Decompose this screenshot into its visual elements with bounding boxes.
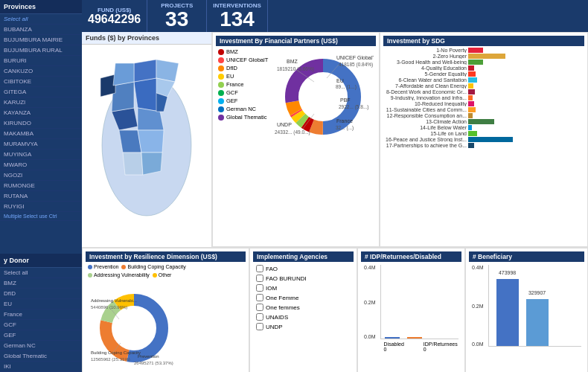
province-item[interactable]: GITEGA bbox=[0, 87, 82, 97]
province-bubanza[interactable] bbox=[113, 63, 134, 86]
province-item[interactable]: RUMONGE bbox=[0, 181, 82, 191]
donor-select-all[interactable]: Select all bbox=[0, 268, 82, 278]
province-item[interactable]: BURURI bbox=[0, 56, 82, 66]
sdg-label-8: 8-Decent Work and Economic Gr... bbox=[385, 89, 467, 94]
y-label-02m: 0.2M bbox=[364, 300, 376, 305]
bmz-color bbox=[218, 49, 224, 55]
province-select-all[interactable]: Select all bbox=[0, 14, 82, 25]
map-title: Funds ($) by Provinces bbox=[82, 32, 211, 45]
resilience-panel: Investment by Resilience Dimension (US$)… bbox=[82, 248, 249, 372]
map-svg bbox=[82, 45, 212, 246]
province-rutana[interactable] bbox=[123, 153, 143, 175]
sdg-label-6: 6-Clean Water and Sanitation bbox=[385, 77, 467, 83]
bmz-annotation: BMZ bbox=[287, 59, 298, 64]
province-item[interactable]: MUYINGA bbox=[0, 150, 82, 160]
undp-label: UNDP bbox=[266, 324, 283, 330]
donor-item[interactable]: EU bbox=[0, 299, 82, 310]
prevention-legend-label: Prevention bbox=[94, 264, 118, 269]
sdg-row-13: 13-Climate Action bbox=[385, 119, 583, 124]
agency-unaids[interactable]: UNAIDS bbox=[256, 313, 351, 321]
province-item[interactable]: MWARO bbox=[0, 160, 82, 170]
donor-item[interactable]: GCF bbox=[0, 320, 82, 330]
donor-item[interactable]: France bbox=[0, 310, 82, 320]
sdg-label-14: 14-Life Below Water bbox=[385, 125, 467, 130]
agency-fao[interactable]: FAO bbox=[256, 265, 351, 272]
sdg-label-13: 13-Climate Action bbox=[385, 119, 467, 124]
globalthematic-label: Global Thematic bbox=[226, 114, 266, 121]
fao-checkbox[interactable] bbox=[256, 265, 263, 272]
sdg-label-4: 4-Quality Education bbox=[385, 65, 467, 71]
gcf-color bbox=[218, 90, 224, 96]
agency-undp[interactable]: UNDP bbox=[256, 323, 351, 330]
province-item[interactable]: KIRUNDO bbox=[0, 118, 82, 129]
province-item[interactable]: CANKUZO bbox=[0, 66, 82, 77]
sdg-label-11: 11-Sustainable Cities and Comm... bbox=[385, 107, 467, 112]
province-item[interactable]: RUYIGI bbox=[0, 202, 82, 212]
agency-one-femmes[interactable]: One femmes bbox=[256, 304, 351, 311]
res-legend-other: Other bbox=[153, 272, 172, 278]
donor-item[interactable]: German NC bbox=[0, 341, 82, 351]
province-item[interactable]: CIBITOKE bbox=[0, 77, 82, 87]
sdg-bar-14 bbox=[468, 125, 472, 130]
donor-item[interactable]: IKI bbox=[0, 362, 82, 372]
province-muyinga[interactable] bbox=[156, 60, 179, 82]
idp-title: # IDP/Returnees/Disabled bbox=[361, 251, 461, 262]
main-content: Fund (US$) 49642296 Projects 33 Interven… bbox=[82, 0, 588, 372]
idp-chart-area: Disabled 0 IDP/Returnees 0 bbox=[380, 265, 458, 352]
legend-dfid: DfID bbox=[218, 65, 273, 71]
sdg-row-3: 3-Good Health and Well-being bbox=[385, 60, 583, 65]
province-item[interactable]: RUTANA bbox=[0, 191, 82, 202]
financial-partners-panel: Investment By Financial Partners (US$) B… bbox=[212, 32, 380, 247]
province-item[interactable]: KARUZI bbox=[0, 97, 82, 108]
idp-body: 0.4M 0.2M 0.0M Disabled 0 IDP/Retu bbox=[361, 262, 461, 355]
agency-iom[interactable]: IOM bbox=[256, 284, 351, 292]
idp-chart-inner bbox=[380, 265, 458, 339]
pbf-value-annotation: 2922... (5.8...) bbox=[339, 104, 368, 110]
undp-checkbox[interactable] bbox=[256, 323, 263, 330]
donor-item[interactable]: BMZ bbox=[0, 278, 82, 289]
province-cankuzo[interactable] bbox=[138, 130, 164, 153]
interventions-value: 134 bbox=[220, 9, 255, 30]
province-rumonge[interactable] bbox=[141, 153, 162, 175]
agency-fao-burundi[interactable]: FAO BURUNDI bbox=[256, 275, 351, 282]
one-femmes-checkbox[interactable] bbox=[256, 304, 263, 311]
sdg-label-2: 2-Zero Hunger bbox=[385, 54, 467, 59]
province-item[interactable]: KAYANZA bbox=[0, 108, 82, 118]
province-item[interactable]: MURAMVYA bbox=[0, 139, 82, 150]
sdg-row-4: 4-Quality Education bbox=[385, 65, 583, 71]
legend-globalthematic: Global Thematic bbox=[218, 114, 273, 121]
beneficiary-title: # Beneficiary bbox=[469, 251, 584, 262]
germannc-color bbox=[218, 106, 224, 112]
donor-item[interactable]: DfID bbox=[0, 289, 82, 299]
donor-item[interactable]: Global Thematic bbox=[0, 351, 82, 362]
unicef-value-annotation: 418185 (0.84%) bbox=[339, 62, 373, 68]
donor-item[interactable]: GEF bbox=[0, 330, 82, 341]
province-item[interactable]: BUBANZA bbox=[0, 25, 82, 35]
unaids-checkbox[interactable] bbox=[256, 313, 263, 321]
sdg-label-1: 1-No Poverty bbox=[385, 48, 467, 53]
fao-burundi-checkbox[interactable] bbox=[256, 275, 263, 282]
one-femme-checkbox[interactable] bbox=[256, 294, 263, 301]
province-item[interactable]: BUJUMBURA MAIRIE bbox=[0, 35, 82, 45]
province-item[interactable]: MAKAMBA bbox=[0, 129, 82, 139]
sdg-label-5: 5-Gender Equality bbox=[385, 71, 467, 77]
province-kirundo[interactable] bbox=[134, 60, 156, 82]
sdg-row-7: 7-Affordable and Clean Energy bbox=[385, 83, 583, 89]
sdg-row-9: 9-Industry, Innovation and Infra... bbox=[385, 95, 583, 100]
agency-one-femme[interactable]: One Femme bbox=[256, 294, 351, 301]
coping-legend-label: Building Coping Capacity bbox=[127, 264, 185, 269]
iom-checkbox[interactable] bbox=[256, 284, 263, 292]
sdg-row-6: 6-Clean Water and Sanitation bbox=[385, 77, 583, 83]
germannc-label: German NC bbox=[226, 106, 256, 112]
bottom-row: Investment by Resilience Dimension (US$)… bbox=[82, 247, 588, 372]
sdg-bar-17 bbox=[468, 143, 474, 148]
eu-annotation: EU bbox=[336, 78, 344, 83]
res-legend-coping: Building Coping Capacity bbox=[121, 264, 185, 269]
province-item[interactable]: BUJUMBURA RURAL bbox=[0, 45, 82, 56]
disabled-x-label: Disabled 0 bbox=[384, 341, 406, 352]
one-femme-label: One Femme bbox=[266, 295, 298, 301]
resilience-title: Investment by Resilience Dimension (US$) bbox=[86, 251, 246, 262]
sdg-title: Investment by SDG bbox=[383, 36, 584, 46]
sdg-bar-8 bbox=[468, 89, 475, 94]
province-item[interactable]: NGOZI bbox=[0, 170, 82, 181]
